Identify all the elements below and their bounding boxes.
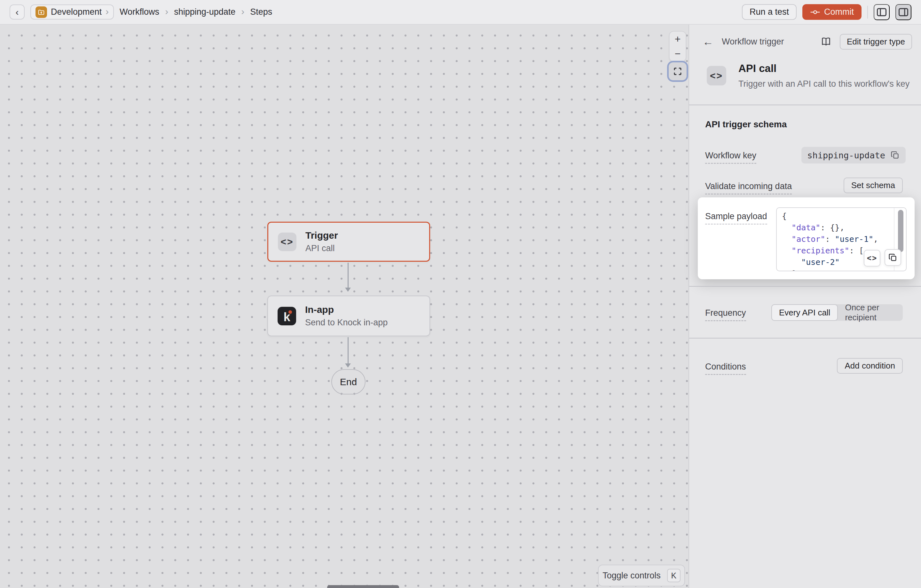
divider	[689, 338, 921, 339]
sample-payload-spotlight: Sample payload { "data": {}, "actor": "u…	[698, 197, 914, 279]
environment-switcher[interactable]: Development ›	[30, 5, 114, 20]
sample-payload-label: Sample payload	[705, 212, 767, 225]
copy-icon	[888, 253, 898, 262]
code-icon: <>	[707, 66, 726, 85]
trigger-type-title: API call	[739, 62, 910, 75]
panel-back-icon[interactable]: ←	[703, 36, 713, 47]
chevron-right-icon: ›	[106, 7, 109, 18]
copy-icon[interactable]	[890, 150, 900, 160]
chevron-right-icon: ›	[165, 7, 168, 18]
edge-connector	[348, 337, 348, 363]
copy-payload-button[interactable]	[885, 249, 901, 266]
divider	[689, 104, 921, 105]
top-bar: ‹ Development › Workflows › shipping-upd…	[0, 0, 921, 24]
validate-incoming-data-label: Validate incoming data	[705, 181, 792, 194]
toggle-controls-label: Toggle controls	[602, 571, 661, 581]
offscreen-toast	[327, 585, 399, 588]
edge-connector	[348, 263, 348, 288]
node-subtitle: API call	[305, 243, 338, 253]
trigger-step-node[interactable]: <> Trigger API call	[267, 222, 430, 262]
panel-left-icon	[875, 6, 888, 18]
code-icon: <>	[278, 233, 296, 251]
breadcrumb-workflows[interactable]: Workflows	[120, 7, 159, 17]
keyboard-key-k: K	[667, 569, 680, 582]
arrowhead-icon	[345, 363, 351, 368]
toggle-controls-hint[interactable]: Toggle controls K	[598, 565, 685, 586]
panel-title: Workflow trigger	[722, 37, 784, 47]
frequency-segmented-control: Every API call Once per recipient	[771, 304, 903, 321]
frequency-label: Frequency	[705, 308, 746, 321]
chevron-right-icon: ›	[241, 7, 244, 18]
environment-label: Development	[51, 7, 102, 17]
arrowhead-icon	[345, 288, 351, 292]
add-condition-button[interactable]: Add condition	[837, 358, 903, 374]
edit-trigger-type-button[interactable]: Edit trigger type	[840, 34, 912, 50]
workflow-key-value[interactable]: shipping-update	[801, 147, 906, 163]
conditions-label: Conditions	[705, 362, 746, 375]
node-title: Trigger	[305, 230, 338, 241]
node-subtitle: Send to Knock in-app	[305, 318, 387, 327]
zoom-out-button[interactable]: −	[675, 49, 681, 59]
trigger-type-description: Trigger with an API call to this workflo…	[739, 79, 910, 89]
workflow-key-label: Workflow key	[705, 151, 756, 164]
docs-book-icon[interactable]	[820, 36, 832, 47]
in-app-step-node[interactable]: k In-app Send to Knock in-app	[267, 296, 430, 336]
zoom-in-button[interactable]: +	[675, 34, 681, 44]
frequency-option-every-api-call[interactable]: Every API call	[771, 304, 838, 321]
environment-folder-icon	[36, 7, 47, 18]
editor-scrollbar[interactable]	[898, 210, 903, 252]
section-heading-api-trigger-schema: API trigger schema	[705, 119, 787, 130]
step-settings-panel: ← Workflow trigger Edit trigger type <> …	[689, 24, 921, 588]
breadcrumb-workflow-key[interactable]: shipping-update	[174, 7, 235, 17]
fit-view-icon	[673, 67, 682, 76]
panel-header: ← Workflow trigger Edit trigger type	[689, 34, 921, 50]
node-title: In-app	[305, 304, 387, 315]
toggle-right-panel-button[interactable]	[895, 4, 911, 20]
trigger-type-summary: <> API call Trigger with an API call to …	[707, 62, 910, 89]
workflow-canvas[interactable]: + − <> Trigger API call k	[0, 24, 689, 588]
divider	[689, 286, 921, 287]
open-code-editor-button[interactable]: <>	[864, 250, 880, 267]
set-schema-button[interactable]: Set schema	[844, 178, 903, 193]
frequency-option-once-per-recipient[interactable]: Once per recipient	[838, 304, 903, 321]
fit-view-button[interactable]	[669, 62, 687, 80]
git-commit-icon	[810, 7, 820, 17]
panel-right-icon	[897, 6, 910, 18]
commit-button[interactable]: Commit	[802, 4, 861, 20]
toggle-left-panel-button[interactable]	[874, 4, 890, 20]
breadcrumb-steps: Steps	[250, 7, 272, 17]
workflow-key-text: shipping-update	[807, 150, 885, 160]
back-button[interactable]: ‹	[10, 5, 24, 20]
zoom-controls: + −	[669, 31, 686, 62]
knock-logo: k	[278, 307, 296, 325]
topbar-actions: Run a test Commit	[742, 4, 911, 20]
run-a-test-button[interactable]: Run a test	[742, 4, 797, 20]
divider	[867, 6, 868, 19]
knock-logo-dot	[288, 310, 292, 314]
commit-label: Commit	[824, 7, 854, 17]
end-node: End	[331, 369, 366, 394]
